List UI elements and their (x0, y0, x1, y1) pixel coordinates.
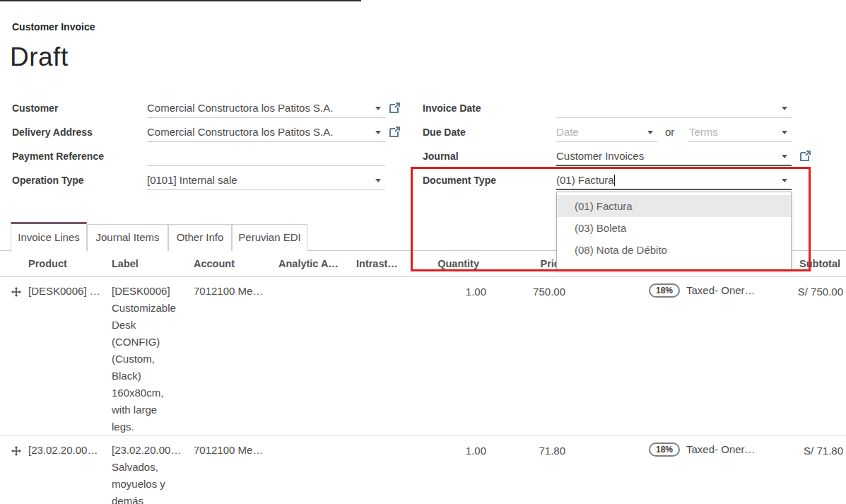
col-handle (0, 251, 25, 276)
col-price[interactable]: Price (486, 251, 565, 276)
document-type-value: (01) Factura (556, 170, 614, 190)
due-date-terms-field[interactable]: Terms (689, 122, 792, 142)
cell-analytic-account[interactable] (273, 277, 352, 435)
cell-analytic-account[interactable] (273, 436, 352, 504)
journal-row: Journal Customer Invoices (0, 146, 846, 166)
journal-field[interactable]: Customer Invoices (556, 146, 792, 166)
col-label[interactable]: Label (106, 251, 187, 276)
dropdown-option-nota-de-debito[interactable]: (08) Nota de Débito (557, 239, 791, 261)
col-quantity[interactable]: Quantity (399, 251, 486, 276)
invoice-lines-table: Product Label Account Analytic A… Intras… (0, 251, 846, 504)
cell-subtotal: S/ 750.00 (772, 277, 846, 435)
col-account[interactable]: Account (187, 251, 273, 276)
tab-invoice-lines[interactable]: Invoice Lines (11, 222, 87, 251)
due-date-or-text: or (665, 122, 674, 142)
cell-label[interactable]: [23.02.20.00… Salvados, moyuelos y demás (106, 436, 187, 504)
cell-taxes[interactable]: 18%Taxed- Oner… (565, 436, 772, 504)
window-top-edge (0, 0, 361, 1)
dropdown-option-factura[interactable]: (01) Factura (557, 195, 791, 217)
col-product[interactable]: Product (25, 251, 106, 276)
tab-peruvian-edi[interactable]: Peruvian EDI (232, 224, 307, 251)
tab-other-info[interactable]: Other Info (168, 224, 232, 251)
cell-product[interactable]: [DESK0006] … (25, 277, 106, 435)
cell-account[interactable]: 7012100 Me… (187, 436, 273, 504)
journal-value: Customer Invoices (556, 146, 644, 166)
table-row-desk0006[interactable]: [DESK0006] … [DESK0006] Customizable Des… (0, 277, 846, 436)
invoice-date-field[interactable] (556, 98, 792, 118)
chevron-down-icon[interactable] (782, 155, 787, 158)
cell-quantity[interactable]: 1.00 (399, 436, 486, 504)
document-type-field[interactable]: (01) Factura (556, 170, 792, 190)
cell-account[interactable]: 7012100 Me… (187, 277, 273, 435)
text-cursor (614, 175, 616, 186)
external-link-icon[interactable] (799, 150, 811, 162)
chevron-down-icon[interactable] (782, 107, 787, 110)
tax-badge: 18% (649, 283, 680, 298)
tab-journal-items[interactable]: Journal Items (87, 224, 168, 251)
chevron-down-icon[interactable] (782, 131, 787, 134)
drag-handle-icon[interactable] (0, 277, 25, 435)
document-type-dropdown: (01) Factura (03) Boleta (08) Nota de Dé… (556, 192, 792, 270)
cell-subtotal: S/ 71.80 (772, 436, 846, 504)
tax-name: Taxed- Oner… (686, 284, 756, 296)
cell-intrastat[interactable] (352, 277, 399, 435)
page-title: Draft (10, 42, 69, 72)
invoice-date-row: Invoice Date (0, 98, 846, 118)
due-date-label: Due Date (423, 122, 550, 142)
due-date-date-placeholder: Date (556, 122, 579, 142)
due-date-terms-placeholder: Terms (689, 122, 718, 142)
cell-intrastat[interactable] (352, 436, 399, 504)
due-date-row: Due Date Date or Terms (0, 122, 846, 142)
col-intrastat[interactable]: Intrast… (352, 251, 399, 276)
cell-price[interactable]: 71.80 (486, 436, 565, 504)
chevron-down-icon[interactable] (647, 131, 653, 134)
breadcrumb: Customer Invoice (12, 21, 95, 33)
due-date-date-field[interactable]: Date (556, 122, 657, 142)
cell-taxes[interactable]: 18%Taxed- Oner… (565, 277, 772, 435)
invoice-date-label: Invoice Date (423, 98, 550, 118)
cell-label[interactable]: [DESK0006] Customizable Desk (CONFIG) (C… (106, 277, 187, 435)
tax-badge: 18% (649, 443, 680, 457)
tax-name: Taxed- Oner… (686, 443, 756, 455)
cell-price[interactable]: 750.00 (486, 277, 565, 435)
cell-product[interactable]: [23.02.20.00… (25, 436, 106, 504)
document-type-label: Document Type (423, 170, 550, 190)
journal-label: Journal (423, 146, 550, 166)
col-analytic-account[interactable]: Analytic A… (273, 251, 352, 276)
cell-quantity[interactable]: 1.00 (399, 277, 486, 435)
document-type-row: Document Type (01) Factura (0, 170, 846, 190)
table-row-23022000[interactable]: [23.02.20.00… [23.02.20.00… Salvados, mo… (0, 436, 846, 504)
dropdown-option-boleta[interactable]: (03) Boleta (557, 217, 791, 239)
chevron-down-icon[interactable] (782, 179, 787, 182)
customer-invoice-page: Customer Invoice Draft Customer Comercia… (0, 0, 846, 504)
drag-handle-icon[interactable] (0, 436, 25, 504)
